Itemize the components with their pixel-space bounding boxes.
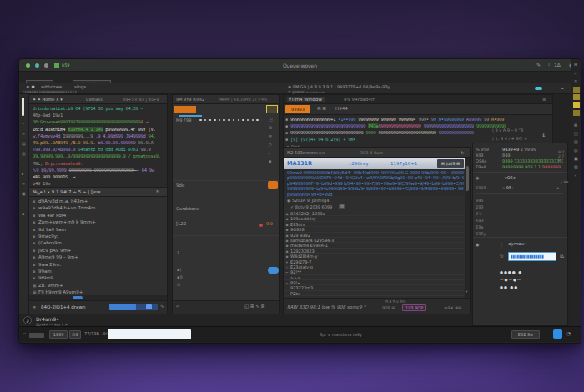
right-icons-row2[interactable]: ( }, 4 4 / # 90! 4 bbox=[492, 136, 527, 141]
dock-icon[interactable]: ▤ bbox=[574, 139, 578, 144]
toolbar-right-group[interactable]: ⊕ 9M G9 | 4 B 9 3 9 1 | 949337F+d 94/9w9… bbox=[288, 84, 390, 89]
orange-primary-button[interactable]: 93493 bbox=[285, 105, 310, 113]
tree-item[interactable]: ▪d9Arv3d m.a. h43m+ bbox=[33, 198, 167, 204]
keyframe-dot[interactable] bbox=[219, 119, 221, 122]
tree-item[interactable]: ▪99am bbox=[33, 268, 167, 274]
dialog-link-1[interactable]: ∴29Gray bbox=[349, 161, 369, 166]
dock-yellow-panel-1[interactable] bbox=[573, 87, 580, 93]
link-text-block[interactable]: 99ww9 999999999b4/b9y5d4∙ 99b49d 999∙99Y… bbox=[284, 169, 464, 196]
timeline-row-icon[interactable]: ▪) bbox=[177, 267, 181, 272]
menu-item[interactable]: 2999939 bbox=[26, 80, 53, 83]
tool-icon[interactable]: ▸ bbox=[22, 171, 24, 176]
tool-icon[interactable]: ▣ bbox=[22, 191, 26, 196]
dock-icon[interactable]: ◫ bbox=[574, 131, 578, 136]
tree-item[interactable]: ▪Wa 4ar Por4 bbox=[33, 212, 167, 219]
toolbar-right-arrow[interactable]: ▴ bbox=[561, 85, 564, 90]
left-header-mid[interactable]: C9mass bbox=[86, 97, 103, 102]
menu-item[interactable]: δ– Gashhea 4 bbox=[73, 80, 110, 83]
taskbar-icon-1[interactable]: ⌐ bbox=[23, 331, 27, 336]
blue-action-button[interactable] bbox=[553, 329, 562, 339]
option-row-1[interactable]: ◉ 5203A 9' JDimsg4 bbox=[287, 198, 329, 203]
dialog-link-2[interactable]: 1197y16+1 bbox=[390, 161, 417, 166]
dock-yellow-panel-2[interactable] bbox=[573, 94, 580, 100]
keyframe-dot[interactable] bbox=[242, 119, 244, 122]
menu-item[interactable]: M7Y333, 1933 3 BPW 9Y 339 bbox=[191, 81, 263, 83]
question-icon[interactable]: ? bbox=[177, 250, 179, 255]
tree-item[interactable]: ▪(Cabos9m bbox=[33, 239, 167, 246]
tree-item[interactable]: ▪9d 9a9 9am bbox=[33, 226, 167, 233]
blue-toggle-pill[interactable] bbox=[268, 267, 279, 274]
keyframe-dot[interactable] bbox=[256, 119, 259, 122]
cyan-toggle[interactable] bbox=[535, 87, 542, 90]
dock-collapse-icon[interactable]: ⊟ bbox=[574, 62, 577, 67]
timeline-tool-icon[interactable]: ▪ bbox=[269, 158, 271, 163]
dock-icon[interactable]: ⊞ bbox=[574, 123, 577, 128]
taskbar-handle[interactable] bbox=[29, 333, 44, 338]
keyframe-dot[interactable] bbox=[199, 119, 202, 122]
keyframe-dot[interactable] bbox=[204, 119, 207, 122]
option-row-2[interactable]: ✓ 8dty'9 2039 6099 bbox=[290, 204, 332, 209]
toolbar-left-label2[interactable]: sings bbox=[74, 84, 86, 89]
left-header-left[interactable]: ✦ ✦ Home ∧ ▾ bbox=[33, 97, 63, 102]
pen-icon[interactable]: ✎ bbox=[536, 62, 541, 68]
keyframe-dot[interactable] bbox=[214, 119, 216, 122]
menu-item[interactable]: ¦¦ bbox=[59, 81, 68, 83]
text-input[interactable]: ▮▮▮▮▮▮▮▮▮▮▮▮▮▮▮▮ bbox=[508, 252, 556, 261]
keyframe-dot[interactable] bbox=[238, 119, 240, 122]
keyframe-dot[interactable] bbox=[247, 119, 249, 122]
tool-icon[interactable]: ◦ bbox=[22, 161, 24, 166]
dock-yellow-panel-active[interactable] bbox=[573, 102, 580, 108]
taskbar-search-input[interactable] bbox=[108, 329, 191, 339]
playhead-line[interactable] bbox=[179, 115, 202, 117]
code-toolbar-label[interactable]: №‗a ! ∙ 9 1 9# 7 ÷ 5 ÷ | [jew bbox=[33, 189, 100, 194]
keyframe-dot[interactable] bbox=[233, 119, 235, 122]
tree-item[interactable]: ▪w9a93db4 h+vn 7dm4m bbox=[33, 204, 167, 211]
layers-icon[interactable]: 1∆ bbox=[554, 62, 561, 68]
tree-item[interactable]: ▪J9c9 pA9 9m+ bbox=[33, 247, 167, 254]
tree-item[interactable]: ▪A9me9 99 – 9m+ bbox=[33, 254, 167, 260]
timeline-row-icon[interactable]: ⊡ bbox=[177, 282, 180, 287]
orange-chip[interactable]: 9:9 bbox=[266, 221, 273, 226]
panel-menu-icon[interactable]: ≡ bbox=[542, 97, 546, 102]
subheader-refresh-icon[interactable]: ↻ bbox=[461, 150, 464, 155]
orange-action-button[interactable] bbox=[268, 181, 278, 189]
keyframe-dot[interactable] bbox=[223, 119, 225, 122]
dock-icon[interactable]: ≡ bbox=[574, 78, 577, 83]
refresh-icon[interactable]: ↻ bbox=[156, 189, 160, 194]
dropdown-row[interactable]: 6998 ∴ 95∙ ▸ bbox=[476, 183, 563, 194]
tool-icon[interactable]: ≡ bbox=[22, 131, 25, 136]
taskbar-right-chip[interactable]: E32 9w bbox=[511, 330, 540, 339]
keyframe-dot[interactable] bbox=[228, 119, 230, 122]
tool-icon[interactable]: ⌐ bbox=[22, 201, 25, 206]
chevron-right-icon[interactable]: ▸ bbox=[557, 185, 560, 190]
tool-icon[interactable]: ∙ bbox=[22, 121, 24, 126]
dock-icon[interactable]: ◎ bbox=[574, 148, 577, 153]
left-status-end-icon[interactable]: ∿ bbox=[160, 304, 164, 309]
code-editor[interactable]: Urtonbruatist.b9 64 (9714 36 you say 64.… bbox=[29, 104, 167, 187]
tool-icon[interactable]: ▤ bbox=[22, 141, 26, 146]
right-icons-row1[interactable]: ( 9 v A 9 ⌐9 °9 bbox=[492, 128, 523, 133]
pin-icon[interactable]: ¹ bbox=[548, 63, 550, 68]
taskbar-chip-1[interactable]: 1999 bbox=[49, 330, 68, 339]
scroll-down-arrow[interactable]: ▾ bbox=[466, 289, 467, 294]
dock-yellow-panel-3[interactable] bbox=[573, 110, 580, 116]
dock-icon[interactable]: ▥ bbox=[574, 164, 578, 169]
taskbar-chip-2[interactable]: ⊡9 bbox=[69, 330, 81, 339]
toolbar-left-label[interactable]: withdraw bbox=[41, 84, 62, 89]
timeline-tool-icon[interactable]: ◳ bbox=[269, 117, 273, 122]
menu-item[interactable]: A6 bbox=[174, 81, 185, 83]
selected-frame-cell[interactable] bbox=[266, 105, 278, 113]
menu-item[interactable]: F9 bbox=[158, 81, 169, 83]
clock-icon[interactable]: ◔ bbox=[566, 330, 571, 336]
drag-handle-icon[interactable]: ⋮ bbox=[500, 242, 504, 247]
tool-icon[interactable]: ▪ bbox=[22, 211, 24, 216]
tool-icon[interactable]: ▥ bbox=[22, 151, 26, 156]
center-vscroll-thumb[interactable] bbox=[466, 166, 469, 191]
strip-scrollbar-thumb[interactable] bbox=[22, 98, 24, 116]
progress-track[interactable] bbox=[109, 304, 158, 310]
magenta-value-chip[interactable]: 193 9OP bbox=[402, 304, 426, 311]
tree-item[interactable]: ▪Zom+swm+m9 k 9mm+ bbox=[33, 219, 167, 225]
center-status-right[interactable]: ≡9# ⊞⊟ bbox=[444, 305, 462, 310]
dock-icon[interactable]: ▣ bbox=[574, 156, 578, 161]
left-status-icon[interactable]: ≡ bbox=[33, 304, 36, 309]
